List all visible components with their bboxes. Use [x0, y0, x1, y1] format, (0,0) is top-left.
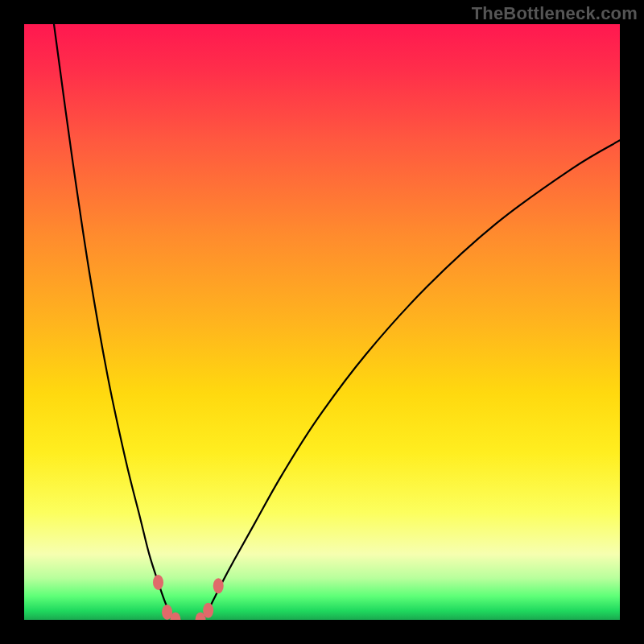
curve-layer — [24, 24, 620, 620]
bottleneck-curve-left — [54, 24, 175, 620]
bottleneck-curve-right — [200, 140, 620, 620]
marker-dot — [213, 578, 224, 593]
watermark-text: TheBottleneck.com — [472, 3, 638, 24]
marker-dot — [153, 575, 163, 590]
plot-area — [24, 24, 620, 620]
marker-dot — [203, 603, 213, 618]
chart-frame: TheBottleneck.com — [0, 0, 644, 644]
